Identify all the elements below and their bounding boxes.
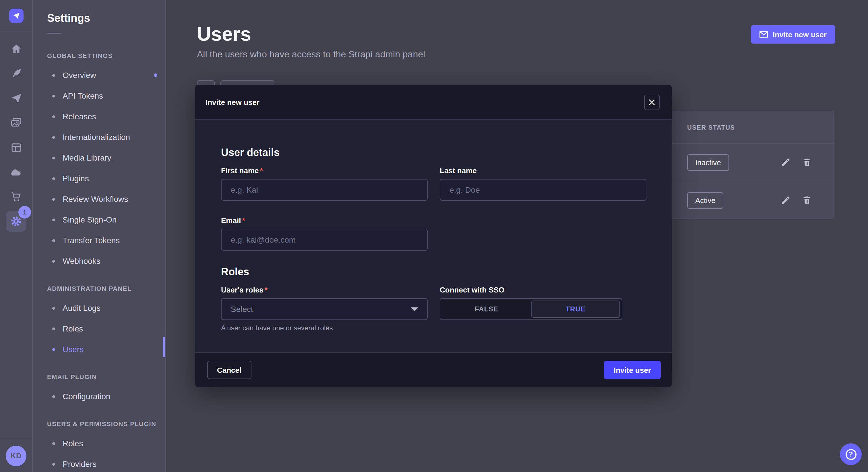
last-name-field[interactable] <box>440 179 646 201</box>
first-name-label: First name* <box>221 166 428 175</box>
roles-hint-text: A user can have one or several roles <box>221 324 428 332</box>
modal-body: User details First name* Last name <box>195 120 672 332</box>
first-name-field-group: First name* <box>221 166 428 201</box>
modal-title: Invite new user <box>206 98 259 106</box>
required-marker: * <box>265 285 268 294</box>
close-icon <box>649 99 655 105</box>
sso-field-group: Connect with SSO FALSE TRUE <box>440 285 646 332</box>
email-field-group: Email* <box>221 216 428 250</box>
chevron-down-icon <box>411 307 418 311</box>
user-roles-field-group: User's roles* Select A user can have one… <box>221 285 428 332</box>
email-label: Email* <box>221 216 428 225</box>
cancel-button[interactable]: Cancel <box>207 361 251 379</box>
sso-toggle: FALSE TRUE <box>440 298 622 320</box>
close-button[interactable] <box>644 94 660 110</box>
sso-toggle-true[interactable]: TRUE <box>531 301 620 318</box>
last-name-field-group: Last name <box>440 166 646 201</box>
last-name-label: Last name <box>440 166 646 175</box>
sso-label: Connect with SSO <box>440 285 646 294</box>
first-name-field[interactable] <box>221 179 428 201</box>
modal-footer: Cancel Invite user <box>195 352 672 387</box>
email-field[interactable] <box>221 229 428 250</box>
user-roles-select[interactable]: Select <box>221 298 428 320</box>
required-marker: * <box>242 216 245 225</box>
invite-user-modal: Invite new user User details First name* <box>195 85 672 387</box>
modal-header: Invite new user <box>195 85 672 120</box>
user-roles-label: User's roles* <box>221 285 428 294</box>
user-details-heading: User details <box>221 147 646 159</box>
sso-toggle-false[interactable]: FALSE <box>442 301 531 318</box>
roles-heading: Roles <box>221 266 646 278</box>
invite-user-submit-button[interactable]: Invite user <box>604 361 661 379</box>
select-placeholder: Select <box>231 305 253 314</box>
required-marker: * <box>260 166 263 175</box>
